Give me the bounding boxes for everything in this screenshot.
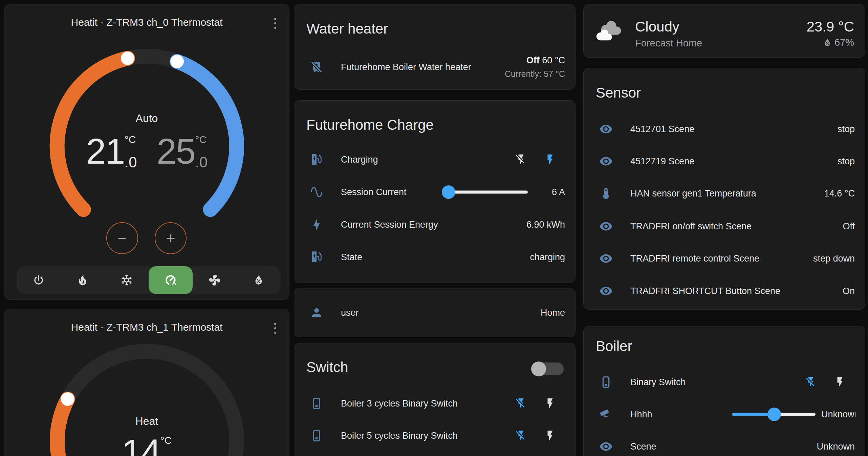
thermostat-card-ch1: Heatit - Z-TRM3 ch_1 Thermostat Heat 14 … <box>4 309 289 456</box>
sensor-row[interactable]: 4512701 Scene stop <box>594 113 855 145</box>
temp-increase-button[interactable]: + <box>155 222 187 254</box>
water-heater-state: Off 60 °C Currently: 57 °C <box>505 55 565 79</box>
sensor-row[interactable]: HAN sensor gen1 Temperatura 14.6 °C <box>594 177 855 210</box>
eye-icon <box>599 252 613 265</box>
entity-value: step down <box>813 253 855 264</box>
session-current-slider[interactable] <box>443 185 528 200</box>
low-temp-handle <box>121 51 134 65</box>
entity-value: stop <box>838 156 855 167</box>
entity-value: stop <box>838 124 855 134</box>
temp-unit: °C <box>160 435 172 445</box>
entity-name: State <box>341 252 362 263</box>
water-heater-card: Water heater Futurehome Boiler Water hea… <box>294 4 576 90</box>
target-temp-value: 14 °C <box>122 434 172 456</box>
weather-humidity: 67% <box>822 37 854 48</box>
low-temp-decimal: .0 <box>125 155 137 170</box>
high-temp-decimal: .0 <box>195 155 208 170</box>
mode-power-button[interactable] <box>17 266 61 294</box>
high-temp-value: 25 <box>157 133 195 169</box>
entity-value: Unknown <box>817 441 855 452</box>
flash-icon[interactable] <box>544 430 556 442</box>
low-temp-unit: °C <box>125 134 137 145</box>
mode-fan-button[interactable] <box>193 266 237 294</box>
flash-icon[interactable] <box>544 153 556 166</box>
mode-dry-button[interactable] <box>237 266 281 294</box>
boiler5-row[interactable]: Boiler 5 cycles Binary Switch <box>304 419 565 452</box>
card-title: Boiler <box>596 338 632 354</box>
sensor-row[interactable]: TRADFRI on/off switch Scene Off <box>594 210 855 243</box>
entity-name: HAN sensor gen1 Temperatura <box>630 188 756 199</box>
weather-condition: Cloudy <box>635 19 679 35</box>
target-temp-text: 60 °C <box>542 55 565 65</box>
mode-cool-button[interactable] <box>105 266 149 294</box>
card-title: Switch <box>306 359 348 375</box>
entity-name: Hhhh <box>630 409 652 420</box>
eye-icon <box>599 154 613 168</box>
entity-name: Current Session Energy <box>341 220 438 230</box>
entity-value: 14.6 °C <box>824 188 855 199</box>
entity-name: Charging <box>341 154 378 165</box>
thermometer-icon <box>599 187 613 200</box>
charging-row[interactable]: Charging <box>304 143 565 176</box>
charge-card: Futurehome Charge Charging Session Curre… <box>294 100 576 283</box>
dashboard: Heatit - Z-TRM3 ch_0 Thermostat Auto 21 … <box>0 0 868 456</box>
flash-icon[interactable] <box>544 397 556 410</box>
switch-group-toggle[interactable] <box>531 361 564 376</box>
flash-off-icon[interactable] <box>515 430 527 442</box>
flash-off-icon[interactable] <box>805 376 817 388</box>
cctv-icon <box>599 408 613 421</box>
sensor-row[interactable]: TRADFRI SHORTCUT Button Scene On <box>594 275 855 307</box>
power-icon <box>32 274 45 287</box>
hhhh-slider[interactable] <box>732 407 816 422</box>
binary-switch-row[interactable]: Binary Switch <box>594 366 855 398</box>
entity-name: Session Current <box>341 187 407 198</box>
entity-name: user <box>341 308 359 318</box>
ev-station-icon <box>310 153 323 166</box>
high-temp-unit: °C <box>195 134 208 145</box>
hvac-mode-row <box>17 266 281 294</box>
entity-value: Home <box>541 308 565 318</box>
sensor-card: Sensor 4512701 Scene stop 4512719 Scene … <box>583 68 865 310</box>
fire-icon <box>76 274 89 287</box>
fan-icon <box>208 274 221 287</box>
entity-name: Boiler 3 cycles Binary Switch <box>341 398 458 409</box>
flash-off-icon[interactable] <box>515 397 527 410</box>
temp-decrease-button[interactable]: − <box>106 222 138 254</box>
eye-icon <box>599 440 613 453</box>
card-title: Water heater <box>306 21 388 37</box>
mode-auto-button[interactable] <box>149 266 193 294</box>
target-temps: 21 °C .0 25 °C .0 <box>4 133 289 170</box>
session-energy-row[interactable]: Current Session Energy 6.90 kWh <box>304 208 565 241</box>
current-temp-text: Currently: 57 °C <box>505 69 565 79</box>
water-heater-row[interactable]: Futurehome Boiler Water heater Off 60 °C… <box>304 51 565 83</box>
target-temp: 14 °C <box>4 434 289 456</box>
scene-row[interactable]: Scene Unknown <box>594 430 855 456</box>
sensor-row[interactable]: 4512719 Scene stop <box>594 145 855 178</box>
water-percent-icon <box>252 274 265 287</box>
entity-name: Scene <box>630 441 656 452</box>
boiler3-row[interactable]: Boiler 3 cycles Binary Switch <box>304 387 565 420</box>
eye-icon <box>599 122 613 136</box>
card-title: Futurehome Charge <box>306 117 434 133</box>
eye-icon <box>599 284 613 298</box>
flash-icon[interactable] <box>834 376 846 388</box>
switch-card: Switch Boiler 3 cycles Binary Switch Boi… <box>294 343 576 456</box>
target-temp-low: 21 °C .0 <box>86 133 137 170</box>
mode-heat-button[interactable] <box>61 266 105 294</box>
entity-value: Off <box>843 221 855 232</box>
weather-card[interactable]: Cloudy Forecast Home 23.9 °C 67% <box>583 4 865 58</box>
humidity-value: 67% <box>834 37 854 48</box>
hvac-mode-label: Auto <box>4 112 289 125</box>
entity-name: TRADFRI remote control Scene <box>630 253 759 264</box>
lightning-bolt-icon <box>310 218 323 231</box>
entity-value: 6 A <box>552 187 565 198</box>
sensor-row[interactable]: TRADFRI remote control Scene step down <box>594 242 855 275</box>
entity-name: 4512701 Scene <box>630 124 694 134</box>
light-switch-icon <box>310 429 323 442</box>
user-row[interactable]: user Home <box>304 296 565 329</box>
humidity-icon <box>822 38 832 48</box>
weather-subtitle: Forecast Home <box>635 38 702 49</box>
flash-off-icon[interactable] <box>515 153 527 166</box>
entity-name: Boiler 5 cycles Binary Switch <box>341 431 458 441</box>
state-row[interactable]: State charging <box>304 241 565 273</box>
